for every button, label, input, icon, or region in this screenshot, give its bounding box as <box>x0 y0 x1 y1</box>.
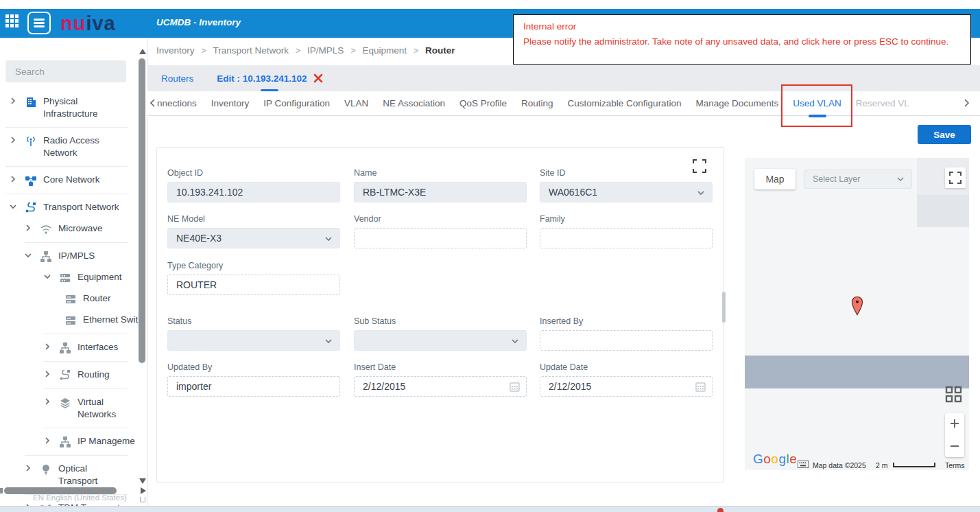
close-icon[interactable] <box>313 73 323 83</box>
chevron-right-icon[interactable] <box>25 224 34 231</box>
sidebar-item-label: Routing <box>77 369 110 381</box>
sidebar-item-label: Radio Access Network <box>43 135 119 159</box>
object-id-input[interactable]: 10.193.241.102 <box>167 182 340 202</box>
chevron-right-icon[interactable] <box>44 343 53 350</box>
content-scrollbar-thumb[interactable] <box>722 292 726 323</box>
chevron-down-icon[interactable] <box>44 273 53 280</box>
tab-ne-association[interactable]: NE Association <box>383 98 445 108</box>
sidebar-item-label: IP Manageme <box>77 435 135 447</box>
map-scale-bar <box>893 463 935 467</box>
updated-by-input[interactable]: importer <box>167 376 340 397</box>
building-icon <box>25 96 37 108</box>
divider <box>5 194 128 194</box>
scrollbar-left-piece[interactable] <box>0 488 3 493</box>
calendar-icon[interactable] <box>695 382 706 392</box>
update-date-input[interactable]: 2/12/2015 <box>540 376 713 397</box>
hamburger-menu-button[interactable] <box>27 12 51 34</box>
tab-ip-configuration[interactable]: IP Configuration <box>263 98 330 108</box>
tab-routers[interactable]: Routers <box>161 73 193 84</box>
sidebar-item-physical-infrastructure[interactable]: Physical Infrastructure <box>0 91 137 124</box>
inserted-by-input[interactable] <box>540 330 713 351</box>
tab-manage-documents[interactable]: Manage Documents <box>695 98 778 108</box>
breadcrumb-item[interactable]: Inventory <box>156 45 195 56</box>
tab-inventory[interactable]: Inventory <box>211 98 250 108</box>
tab-routing[interactable]: Routing <box>521 98 553 108</box>
scrollbar-up-arrow[interactable] <box>139 49 146 54</box>
type-category-input[interactable]: ROUTER <box>167 275 340 295</box>
scrollbar-down-arrow[interactable] <box>139 478 146 484</box>
internal-error-dialog[interactable]: Internal error Please notify the adminis… <box>513 14 971 65</box>
sidebar-item-label: Equipment <box>77 271 122 283</box>
family-input[interactable] <box>540 228 713 248</box>
site-id-select[interactable]: WA0616C1 <box>540 182 713 202</box>
sidebar-item-ethernet-switch[interactable]: Ethernet Swit <box>0 310 137 331</box>
sidebar-item-optical-transport[interactable]: Optical Transport <box>0 458 137 491</box>
zoom-out-button[interactable] <box>945 435 964 457</box>
scrollbar-right-arrow[interactable] <box>141 487 146 494</box>
chevron-right-icon[interactable] <box>10 176 19 183</box>
vendor-input[interactable] <box>354 228 527 248</box>
chevron-right-icon[interactable] <box>44 398 53 405</box>
tab-vlan[interactable]: VLAN <box>344 98 368 108</box>
breadcrumb-item[interactable]: Transport Network <box>213 45 289 56</box>
chevron-down-icon[interactable] <box>25 252 34 259</box>
map-fullscreen-button[interactable] <box>945 167 966 188</box>
map-marker-icon[interactable] <box>851 293 863 319</box>
topology-icon <box>40 251 52 263</box>
sidebar-item-transport-network[interactable]: Transport Network <box>0 197 137 218</box>
map-terms-link[interactable]: Terms <box>945 461 965 469</box>
name-input[interactable]: RB-LTMC-X3E <box>354 182 527 202</box>
sidebar-item-radio-access-network[interactable]: Radio Access Network <box>0 130 137 163</box>
sidebar-item-router[interactable]: Router <box>0 288 137 310</box>
sidebar-item-virtual-networks[interactable]: Virtual Networks <box>0 392 137 425</box>
resize-grip-icon[interactable] <box>140 497 145 502</box>
tab-reserved-vlan[interactable]: Reserved VL <box>856 98 909 108</box>
tabs-scroll-right-icon[interactable] <box>962 98 970 108</box>
sidebar-item-equipment[interactable]: Equipment <box>0 267 137 288</box>
core-network-icon <box>25 174 37 187</box>
chevron-right-icon[interactable] <box>44 437 53 444</box>
google-logo[interactable]: Google <box>753 452 797 467</box>
divider <box>44 361 128 362</box>
imagery-toggle-icon[interactable] <box>945 386 964 406</box>
chevron-down-icon[interactable] <box>10 203 19 210</box>
apps-grid-icon[interactable] <box>5 14 19 28</box>
field-label: Name <box>354 168 527 178</box>
vertical-scrollbar-thumb[interactable] <box>139 58 145 363</box>
map-type-button[interactable]: Map <box>754 169 796 189</box>
chevron-right-icon[interactable] <box>10 97 19 104</box>
sidebar-item-routing[interactable]: Routing <box>0 364 137 386</box>
status-select[interactable] <box>167 330 340 351</box>
layers-icon <box>59 397 71 409</box>
chevron-down-icon <box>324 337 333 345</box>
chevron-right-icon[interactable] <box>10 137 19 143</box>
search-input[interactable] <box>5 60 126 82</box>
tab-connections[interactable]: nnections <box>157 98 197 108</box>
breadcrumb-separator: > <box>202 46 206 56</box>
sub-status-select[interactable] <box>354 330 527 351</box>
tab-customizable-configuration[interactable]: Customizable Configuration <box>568 98 682 108</box>
calendar-icon[interactable] <box>510 382 520 392</box>
chevron-right-icon[interactable] <box>44 371 53 377</box>
tab-used-vlan[interactable]: Used VLAN <box>793 98 841 108</box>
divider <box>25 455 128 456</box>
insert-date-input[interactable]: 2/12/2015 <box>354 376 527 397</box>
detail-tab-strip: nnections Inventory IP Configuration VLA… <box>147 91 980 116</box>
sidebar-item-ip-mpls[interactable]: IP/MPLS <box>0 246 137 267</box>
sidebar-item-interfaces[interactable]: Interfaces <box>0 337 137 358</box>
zoom-in-button[interactable] <box>945 413 964 435</box>
ne-model-select[interactable]: NE40E-X3 <box>167 228 340 248</box>
chevron-right-icon[interactable] <box>25 465 34 472</box>
sidebar-item-microwave[interactable]: Microwave <box>0 218 137 240</box>
save-button[interactable]: Save <box>918 125 971 144</box>
tab-qos-profile[interactable]: QoS Profile <box>459 98 507 108</box>
tabs-scroll-left-icon[interactable] <box>149 98 157 108</box>
tab-edit-router[interactable]: Edit : 10.193.241.102 <box>217 73 322 84</box>
breadcrumb-item[interactable]: IP/MPLS <box>307 45 344 56</box>
breadcrumb-item[interactable]: Equipment <box>362 45 407 56</box>
sidebar-item-core-network[interactable]: Core Network <box>0 170 137 191</box>
sidebar-item-ip-management[interactable]: IP Manageme <box>0 431 137 452</box>
select-layer-dropdown[interactable]: Select Layer <box>804 170 912 189</box>
keyboard-shortcuts-icon[interactable] <box>798 461 809 468</box>
map-panel[interactable]: Map Select Layer Google Map data ©2025 2… <box>745 158 969 470</box>
